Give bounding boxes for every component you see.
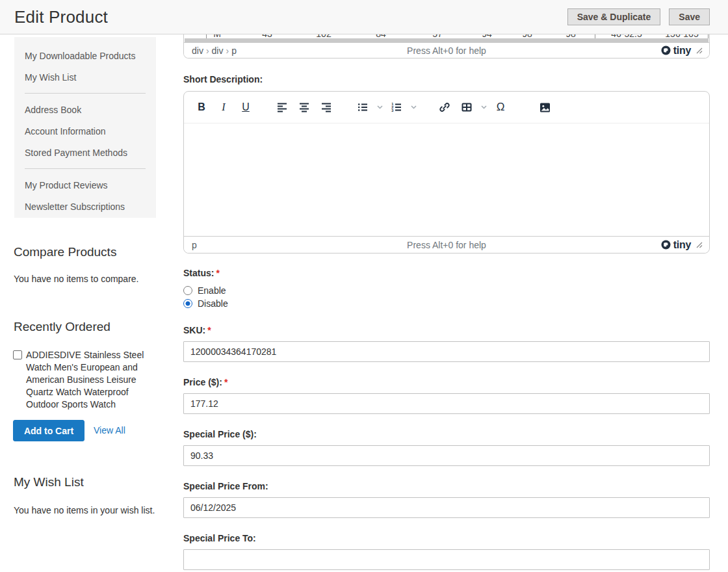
align-center-icon[interactable]	[293, 96, 315, 118]
table-cell-border	[708, 34, 708, 38]
table-cell: M	[213, 34, 221, 38]
bold-icon[interactable]: B	[190, 96, 213, 118]
table-cell: 94	[482, 34, 492, 38]
recently-ordered-product-name[interactable]: ADDIESDIVE Stainless Steel Watch Men's E…	[26, 349, 162, 411]
description-editor-content[interactable]: M 43 102 84 57 94 98 98 46-52.5 156-165	[184, 34, 709, 38]
special-price-to-input[interactable]	[183, 549, 710, 570]
sidebar-item-stored-payment-methods[interactable]: Stored Payment Methods	[14, 142, 156, 163]
sidebar: My Downloadable Products My Wish List Ad…	[0, 34, 170, 572]
price-input[interactable]	[183, 393, 710, 414]
svg-text:3: 3	[391, 109, 393, 112]
sidebar-item-address-book[interactable]: Address Book	[14, 99, 156, 120]
status-label: Status:*	[183, 268, 220, 278]
editor-toolbar: B I U 123	[184, 92, 709, 124]
short-description-content[interactable]	[184, 124, 709, 236]
compare-products-empty-text: You have no items to compare.	[14, 274, 139, 284]
table-cell: 46-52.5	[611, 34, 642, 38]
underline-icon[interactable]: U	[235, 96, 257, 118]
special-price-from-label: Special Price From:	[183, 481, 268, 491]
page: Edit Product Save & Duplicate Save My Do…	[0, 0, 728, 572]
element-path-div[interactable]: div	[192, 46, 203, 56]
tinymce-brand-label: tiny	[673, 45, 691, 57]
short-description-editor: B I U 123	[183, 91, 710, 254]
save-duplicate-button[interactable]: Save & Duplicate	[567, 8, 661, 25]
radio-disable[interactable]	[183, 299, 192, 308]
short-description-label: Short Description:	[183, 74, 263, 84]
recently-ordered-checkbox[interactable]	[13, 350, 22, 359]
sidebar-item-my-wish-list[interactable]: My Wish List	[14, 66, 156, 88]
element-path-p[interactable]: p	[231, 46, 237, 56]
align-left-icon[interactable]	[271, 96, 293, 118]
element-path: p	[192, 240, 197, 250]
table-cell-border	[206, 34, 207, 38]
chevron-down-icon[interactable]	[408, 96, 419, 118]
description-editor: M 43 102 84 57 94 98 98 46-52.5 156-165 …	[183, 34, 710, 58]
add-to-cart-button[interactable]: Add to Cart	[13, 420, 84, 441]
sidebar-item-account-information[interactable]: Account Information	[14, 120, 156, 142]
element-path-div[interactable]: div	[212, 46, 224, 56]
editor-resize-handle[interactable]	[696, 47, 703, 54]
tinymce-logo-icon	[661, 46, 671, 55]
status-option-enable[interactable]: Enable	[183, 285, 226, 296]
table-cell: 57	[432, 34, 443, 38]
radio-enable[interactable]	[183, 286, 192, 295]
view-all-link[interactable]: View All	[94, 425, 125, 436]
table-cell: 102	[316, 34, 331, 38]
special-price-from-input[interactable]	[183, 497, 710, 518]
header-actions: Save & Duplicate Save	[567, 8, 710, 25]
chevron-down-icon[interactable]	[478, 96, 489, 118]
edit-product-form: M 43 102 84 57 94 98 98 46-52.5 156-165 …	[183, 34, 710, 572]
save-button[interactable]: Save	[669, 8, 710, 25]
element-path: div›div›p	[192, 46, 237, 56]
sidebar-item-my-product-reviews[interactable]: My Product Reviews	[14, 174, 156, 196]
editor-status-bar: p Press Alt+0 for help tiny	[184, 236, 709, 253]
sidebar-item-my-downloadable-products[interactable]: My Downloadable Products	[14, 45, 156, 66]
table-cell: 98	[566, 34, 576, 38]
bullet-list-icon[interactable]	[352, 96, 374, 118]
recently-ordered-title: Recently Ordered	[14, 320, 110, 334]
compare-products-title: Compare Products	[14, 245, 116, 259]
sku-label: SKU:*	[183, 325, 211, 335]
element-path-p[interactable]: p	[192, 240, 197, 250]
account-nav: My Downloadable Products My Wish List Ad…	[14, 37, 156, 218]
table-cell: 156-165	[665, 34, 698, 38]
special-character-icon[interactable]: Ω	[489, 96, 512, 118]
nav-divider	[25, 93, 146, 94]
editor-help-text: Press Alt+0 for help	[184, 240, 709, 250]
image-icon[interactable]	[534, 96, 556, 118]
table-cell: 98	[522, 34, 532, 38]
table-cell: 84	[376, 34, 386, 38]
tinymce-logo-icon	[661, 240, 671, 250]
editor-resize-handle[interactable]	[696, 242, 703, 248]
editor-status-bar: div›div›p Press Alt+0 for help tiny	[184, 42, 709, 58]
special-price-label: Special Price ($):	[183, 429, 257, 439]
page-header: Edit Product Save & Duplicate Save	[0, 0, 728, 34]
status-option-disable[interactable]: Disable	[183, 298, 228, 309]
italic-icon[interactable]: I	[213, 96, 235, 118]
table-cell: 43	[262, 34, 272, 38]
numbered-list-icon[interactable]: 123	[385, 96, 408, 118]
align-right-icon[interactable]	[315, 96, 337, 118]
special-price-to-label: Special Price To:	[183, 533, 256, 543]
nav-divider	[25, 168, 146, 169]
table-icon[interactable]	[456, 96, 478, 118]
sidebar-item-newsletter-subscriptions[interactable]: Newsletter Subscriptions	[14, 196, 156, 217]
table-cell-border	[595, 34, 595, 38]
recently-ordered-item: ADDIESDIVE Stainless Steel Watch Men's E…	[13, 349, 162, 411]
sku-input[interactable]	[183, 341, 710, 362]
link-icon[interactable]	[434, 96, 456, 118]
tinymce-brand-label: tiny	[673, 239, 691, 251]
page-title: Edit Product	[14, 7, 108, 27]
price-label: Price ($):*	[183, 377, 228, 387]
chevron-down-icon[interactable]	[374, 96, 385, 118]
wishlist-title: My Wish List	[14, 475, 84, 489]
wishlist-empty-text: You have no items in your wish list.	[14, 505, 155, 515]
special-price-input[interactable]	[183, 445, 710, 466]
editor-help-text: Press Alt+0 for help	[184, 46, 709, 56]
